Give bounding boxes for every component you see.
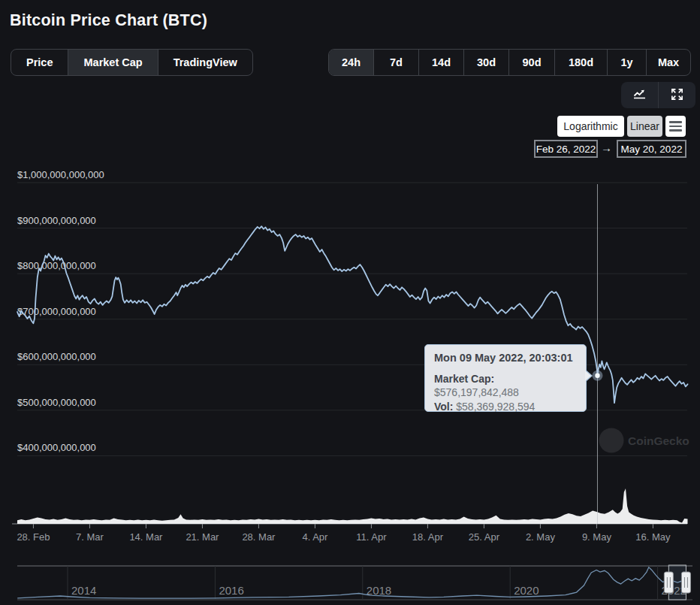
svg-text:21. Mar: 21. Mar xyxy=(186,531,219,543)
navigator[interactable]: 20142016201820202022 xyxy=(17,565,692,600)
hover-marker-dot xyxy=(595,373,599,377)
svg-text:$600,000,000,000: $600,000,000,000 xyxy=(17,351,96,362)
svg-text:CoinGecko: CoinGecko xyxy=(628,434,689,447)
svg-text:14. Mar: 14. Mar xyxy=(129,531,163,543)
market-cap-chart-canvas[interactable]: $1,000,000,000,000$900,000,000,000$800,0… xyxy=(0,0,700,605)
svg-text:28. Mar: 28. Mar xyxy=(242,531,276,543)
svg-text:18. Apr: 18. Apr xyxy=(412,531,444,543)
svg-text:2014: 2014 xyxy=(71,584,96,597)
navigator-handle-right[interactable] xyxy=(681,572,690,593)
svg-text:$500,000,000,000: $500,000,000,000 xyxy=(17,397,96,408)
svg-text:$900,000,000,000: $900,000,000,000 xyxy=(17,215,96,226)
svg-text:25. Apr: 25. Apr xyxy=(469,531,500,543)
bitcoin-price-chart-page: Bitcoin Price Chart (BTC) Price Market C… xyxy=(0,0,700,605)
svg-text:$1,000,000,000,000: $1,000,000,000,000 xyxy=(17,169,104,180)
chart-tooltip: Mon 09 May 2022, 20:03:01 Market Cap: $5… xyxy=(424,344,587,412)
svg-text:$800,000,000,000: $800,000,000,000 xyxy=(17,260,96,271)
svg-text:2016: 2016 xyxy=(219,584,243,597)
svg-text:2018: 2018 xyxy=(367,584,391,597)
tooltip-date: Mon 09 May 2022, 20:03:01 xyxy=(434,352,577,364)
svg-text:7. Mar: 7. Mar xyxy=(76,531,104,543)
svg-text:$400,000,000,000: $400,000,000,000 xyxy=(17,442,96,453)
svg-text:4. Apr: 4. Apr xyxy=(302,531,328,543)
svg-text:16. May: 16. May xyxy=(635,531,671,543)
svg-text:2020: 2020 xyxy=(514,584,539,597)
tooltip-market-cap-row: Market Cap: $576,197,842,488 xyxy=(434,372,577,400)
tooltip-volume-row: Vol: $58,369,928,594 xyxy=(434,400,577,413)
svg-text:$700,000,000,000: $700,000,000,000 xyxy=(17,306,96,317)
tooltip-market-cap-value: $576,197,842,488 xyxy=(434,386,519,398)
svg-text:28. Feb: 28. Feb xyxy=(17,531,50,543)
x-axis: 28. Feb7. Mar14. Mar21. Mar28. Mar4. Apr… xyxy=(12,524,687,543)
svg-text:9. May: 9. May xyxy=(582,531,612,543)
volume-area xyxy=(17,489,688,524)
navigator-series xyxy=(17,567,691,598)
svg-text:11. Apr: 11. Apr xyxy=(356,531,387,543)
svg-text:2. May: 2. May xyxy=(526,531,556,543)
coingecko-watermark: CoinGecko xyxy=(599,428,689,453)
y-axis: $1,000,000,000,000$900,000,000,000$800,0… xyxy=(17,169,687,455)
tooltip-volume-value: $58,369,928,594 xyxy=(456,401,535,413)
navigator-handle-left[interactable] xyxy=(664,572,673,593)
